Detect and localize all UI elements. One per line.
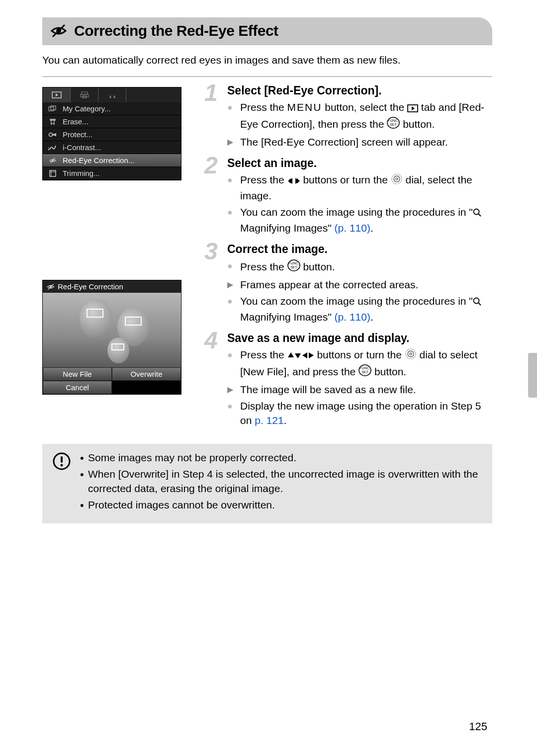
svg-marker-41	[288, 352, 294, 357]
step-title: Select [Red-Eye Correction].	[227, 84, 492, 97]
step-result: The [Red-Eye Correction] screen will app…	[227, 135, 492, 150]
camera-menu-screenshot: My Category...Erase...Protect...ii-Contr…	[42, 87, 181, 180]
svg-text:FUNC.: FUNC.	[359, 366, 370, 370]
svg-point-47	[409, 353, 411, 355]
svg-rect-7	[49, 107, 54, 111]
menu-item: Red-Eye Correction...	[43, 154, 181, 167]
preview-cancel: Cancel	[43, 381, 112, 394]
caution-item: When [Overwrite] in Step 4 is selected, …	[80, 467, 482, 496]
svg-marker-3	[56, 93, 58, 96]
caution-icon	[52, 452, 71, 471]
step-instruction: You can zoom the image using the procedu…	[227, 294, 492, 325]
svg-text:FUNC.: FUNC.	[388, 119, 399, 122]
svg-marker-21	[412, 106, 415, 110]
svg-line-40	[478, 303, 481, 305]
menu-tab-play	[43, 87, 71, 102]
step-instruction: Press the buttons or turn the dial to se…	[227, 348, 492, 381]
page-number: 125	[469, 720, 487, 733]
svg-rect-8	[51, 106, 56, 110]
preview-title-text: Red-Eye Correction	[58, 282, 123, 291]
step-number: 1	[204, 79, 218, 106]
svg-point-9	[49, 133, 53, 136]
menu-item-label: Red-Eye Correction...	[63, 156, 134, 165]
svg-line-35	[478, 214, 481, 216]
svg-point-53	[61, 464, 63, 466]
step-instruction: Display the new image using the operatio…	[227, 399, 492, 428]
control-dial-icon	[405, 348, 417, 364]
left-right-buttons-icon	[287, 174, 300, 189]
svg-point-34	[473, 209, 479, 215]
svg-text:i: i	[48, 147, 50, 151]
menu-item-icon	[48, 132, 58, 138]
thumb-tab	[528, 353, 537, 398]
menu-item: Erase...	[43, 115, 181, 128]
func-set-button-icon: FUNC.SET	[287, 259, 300, 276]
step-result: The image will be saved as a new file.	[227, 383, 492, 397]
step-title: Correct the image.	[227, 243, 492, 256]
menu-button-icon: MENU	[287, 101, 322, 113]
step-instruction: Press the FUNC.SET button.	[227, 259, 492, 276]
divider	[42, 76, 492, 77]
step-number: 2	[204, 152, 218, 179]
menu-item-label: Erase...	[63, 117, 89, 126]
svg-rect-15	[50, 170, 56, 176]
step-instruction: Press the MENU button, select the tab an…	[227, 100, 492, 133]
page-reference-link[interactable]: p. 121	[255, 415, 283, 426]
step-number: 4	[204, 327, 218, 354]
svg-marker-43	[302, 352, 307, 358]
func-set-button-icon: FUNC.SET	[387, 116, 400, 133]
step: 4Save as a new image and display.Press t…	[205, 332, 492, 428]
svg-point-31	[392, 174, 402, 184]
step-title: Save as a new image and display.	[227, 332, 492, 345]
magnify-icon	[473, 207, 482, 221]
page-reference-link[interactable]: (p. 110)	[335, 222, 370, 234]
intro-text: You can automatically correct red eyes i…	[42, 53, 492, 67]
svg-point-33	[395, 178, 397, 180]
caution-box: Some images may not be properly correcte…	[42, 444, 492, 523]
svg-marker-44	[309, 352, 314, 358]
menu-item-label: My Category...	[63, 104, 110, 113]
menu-item: ii-Contrast...	[43, 141, 181, 154]
menu-item-label: i-Contrast...	[63, 143, 101, 152]
section-title-bar: Correcting the Red-Eye Effect	[42, 17, 492, 45]
menu-item-label: Trimming...	[63, 169, 99, 177]
svg-point-32	[394, 176, 400, 182]
red-eye-icon	[47, 283, 55, 291]
menu-item-icon: i	[48, 144, 58, 151]
caution-item: Some images may not be properly correcte…	[80, 451, 482, 465]
red-eye-icon	[50, 22, 67, 39]
magnify-icon	[473, 296, 482, 310]
menu-item-icon	[48, 157, 58, 164]
svg-text:FUNC.: FUNC.	[288, 261, 299, 265]
control-dial-icon	[391, 173, 403, 189]
func-set-button-icon: FUNC.SET	[358, 364, 371, 381]
svg-point-46	[408, 351, 414, 357]
svg-text:SET: SET	[290, 265, 297, 269]
menu-item-icon	[48, 105, 58, 112]
step: 1Select [Red-Eye Correction].Press the M…	[205, 84, 492, 150]
svg-rect-52	[61, 456, 63, 463]
page-reference-link[interactable]: (p. 110)	[335, 311, 370, 323]
direction-buttons-icon	[287, 349, 314, 364]
step-instruction: You can zoom the image using the procedu…	[227, 205, 492, 236]
menu-tab-tools	[98, 87, 126, 102]
menu-tab-print	[71, 87, 98, 102]
step: 3Correct the image.Press the FUNC.SET bu…	[205, 243, 492, 325]
caution-item: Protected images cannot be overwritten.	[80, 498, 482, 512]
playback-tab-icon	[407, 102, 418, 116]
svg-point-45	[406, 349, 416, 359]
svg-rect-4	[82, 92, 88, 94]
step-number: 3	[204, 238, 218, 265]
svg-text:SET: SET	[361, 370, 368, 374]
menu-item-icon	[48, 169, 58, 177]
svg-text:SET: SET	[390, 123, 397, 126]
menu-item-icon	[48, 118, 58, 126]
step-title: Select an image.	[227, 157, 492, 170]
menu-item-label: Protect...	[63, 130, 92, 139]
correction-preview-screenshot: Red-Eye Correction New File Overwrite Ca…	[42, 280, 181, 395]
svg-marker-42	[295, 353, 301, 358]
svg-line-1	[53, 25, 65, 37]
section-title: Correcting the Red-Eye Effect	[74, 22, 278, 39]
menu-item: Trimming...	[43, 167, 181, 180]
menu-item: Protect...	[43, 128, 181, 141]
